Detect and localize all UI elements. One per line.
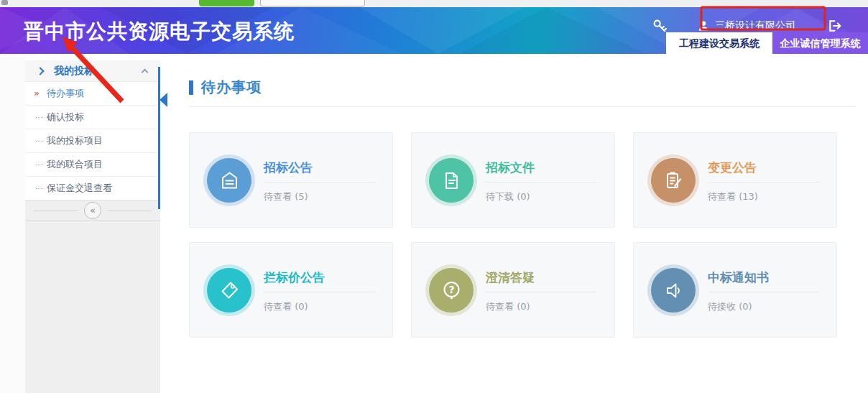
main-content: 待办事项 招标公告 待查看 (5) — [160, 54, 868, 393]
sidebar-menu: 我的投标 » 待办事项 确认投标 我的投标项目 我的联合项目 保证金交退查看 « — [25, 60, 160, 221]
card-divider — [486, 292, 597, 292]
sidebar-collapse-button[interactable]: « — [84, 202, 101, 219]
user-account-button[interactable]: 三桥设计有限公司 — [688, 19, 805, 32]
sidebar-item-label: 我的投标项目 — [47, 135, 103, 146]
sidebar-item-todo[interactable]: » 待办事项 — [25, 82, 160, 106]
card-price-cap-announcement[interactable]: 拦标价公告 待查看 (0) — [189, 242, 393, 338]
card-bid-documents[interactable]: 招标文件 待下载 (0) — [411, 132, 615, 228]
chevron-up-icon[interactable] — [142, 68, 149, 75]
question-icon: ? — [429, 268, 474, 313]
card-title: 澄清答疑 — [486, 270, 597, 285]
title-accent-bar — [189, 80, 193, 95]
card-award-notice[interactable]: 中标通知书 待接收 (0) — [633, 242, 837, 338]
user-icon — [698, 20, 709, 32]
browser-notice-strip — [0, 0, 868, 7]
user-company-name: 三桥设计有限公司 — [715, 19, 795, 32]
system-tabs: 工程建设交易系统 企业诚信管理系统 — [666, 32, 868, 54]
sidebar-item-label: 待办事项 — [47, 88, 84, 98]
page-title-row: 待办事项 — [189, 78, 855, 107]
sidebar-item-confirm-bid[interactable]: 确认投标 — [25, 106, 160, 129]
card-status: 待查看 (13) — [708, 190, 819, 203]
card-divider — [708, 182, 819, 182]
page-title: 待办事项 — [201, 78, 262, 97]
card-status: 待查看 (0) — [264, 300, 375, 313]
card-divider — [486, 182, 597, 182]
card-title: 招标文件 — [486, 160, 597, 175]
card-title: 中标通知书 — [708, 270, 819, 285]
sidebar-collapse-row: « — [25, 200, 160, 221]
sidebar-group-label: 我的投标 — [54, 65, 142, 78]
sidebar-item-label: 我的联合项目 — [47, 159, 103, 170]
clipboard-edit-icon — [651, 158, 696, 203]
card-divider — [708, 292, 819, 292]
card-title: 招标公告 — [264, 160, 375, 175]
sidebar-item-deposit-check[interactable]: 保证金交退查看 — [25, 177, 160, 200]
card-bid-announcement[interactable]: 招标公告 待查看 (5) — [189, 132, 393, 228]
card-divider — [264, 182, 375, 182]
card-status: 待接收 (0) — [708, 300, 819, 313]
card-change-announcement[interactable]: 变更公告 待查看 (13) — [633, 132, 837, 228]
price-tag-icon — [207, 268, 251, 313]
title-divider — [189, 106, 855, 107]
svg-text:?: ? — [448, 284, 454, 295]
active-item-flag — [160, 93, 167, 107]
sidebar-fill — [25, 221, 160, 393]
app-header: 晋中市公共资源电子交易系统 三桥设计有限公司 工程建设交易系统 企业诚信管理系统 — [0, 7, 868, 54]
tab-enterprise-credit[interactable]: 企业诚信管理系统 — [772, 32, 868, 54]
logout-icon[interactable] — [827, 19, 842, 33]
card-status: 待查看 (0) — [486, 300, 597, 313]
sidebar-item-label: 确认投标 — [47, 111, 84, 122]
document-icon — [429, 158, 474, 203]
todo-cards: 招标公告 待查看 (5) 招标文件 待下载 (0) — [189, 132, 837, 338]
sidebar: 我的投标 » 待办事项 确认投标 我的投标项目 我的联合项目 保证金交退查看 « — [25, 54, 160, 393]
sidebar-accent-line — [158, 67, 160, 209]
clipped-green-button[interactable] — [199, 0, 254, 6]
sidebar-items: » 待办事项 确认投标 我的投标项目 我的联合项目 保证金交退查看 — [25, 82, 160, 200]
notice-board-icon — [207, 158, 251, 203]
system-title: 晋中市公共资源电子交易系统 — [24, 18, 295, 45]
card-title: 拦标价公告 — [264, 270, 375, 285]
sidebar-group-my-bids[interactable]: 我的投标 — [25, 60, 160, 82]
left-gutter — [0, 54, 25, 393]
clipped-gray-button[interactable] — [260, 0, 365, 6]
tab-engineering-trade[interactable]: 工程建设交易系统 — [666, 32, 772, 54]
key-icon[interactable] — [652, 19, 668, 34]
card-clarification[interactable]: ? 澄清答疑 待查看 (0) — [411, 242, 615, 338]
chevron-right-icon — [36, 67, 44, 75]
active-item-marker: » — [34, 82, 40, 105]
card-title: 变更公告 — [708, 160, 819, 175]
sidebar-item-my-bid-projects[interactable]: 我的投标项目 — [25, 129, 160, 153]
card-status: 待查看 (5) — [264, 190, 375, 203]
card-divider — [264, 292, 375, 292]
card-status: 待下载 (0) — [486, 190, 597, 203]
speaker-icon — [651, 268, 696, 313]
clipped-ui-fragment — [1, 0, 8, 5]
sidebar-item-label: 保证金交退查看 — [47, 182, 112, 193]
sidebar-item-my-joint-projects[interactable]: 我的联合项目 — [25, 153, 160, 177]
